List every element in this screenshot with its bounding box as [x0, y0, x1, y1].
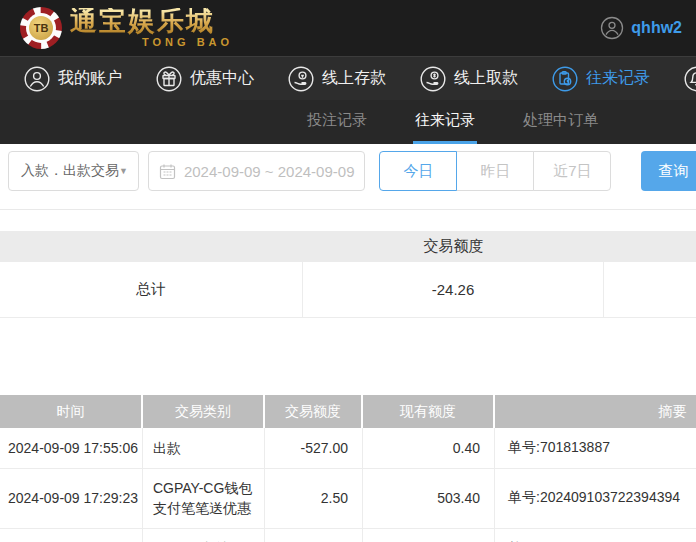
casino-chip-icon: TB: [20, 7, 62, 49]
username[interactable]: qhhw2: [631, 19, 682, 37]
summary-total-label: 总计: [0, 262, 303, 317]
chevron-down-icon: ▼: [119, 166, 128, 176]
avatar-icon: [600, 16, 624, 40]
cell-type: CGPAY-CG钱包支付笔笔送优惠: [143, 469, 265, 528]
nav-item-my-account[interactable]: 我的账户: [24, 66, 122, 92]
cell-time: 2024-09-09 17:29:23: [0, 529, 143, 542]
nav-item-withdraw[interactable]: 线上取款: [420, 66, 518, 92]
last7days-button[interactable]: 近7日: [533, 151, 611, 191]
tab-betting-records[interactable]: 投注记录: [305, 100, 369, 144]
date-range-input[interactable]: 2024-09-09 ~ 2024-09-09: [148, 151, 366, 191]
select-value: 入款．出款交易: [21, 162, 119, 180]
summary-header-row: 交易额度: [0, 231, 696, 262]
cell-time: 2024-09-09 17:55:06: [0, 428, 143, 468]
nav-item-records[interactable]: 往来记录: [552, 66, 650, 92]
withdraw-icon: [420, 66, 446, 92]
calendar-icon: [159, 163, 176, 180]
divider: [0, 209, 696, 210]
nav-label: 往来记录: [586, 68, 650, 89]
cell-amount: 500.00: [265, 529, 363, 542]
gift-icon: [156, 66, 182, 92]
today-button[interactable]: 今日: [379, 151, 457, 191]
col-header-amount: 交易额度: [265, 395, 363, 428]
logo-title: 通宝娱乐城: [70, 8, 233, 35]
user-icon: [24, 66, 50, 92]
nav-label: 我的账户: [58, 68, 122, 89]
summary-total-row: 总计 -24.26: [0, 262, 696, 318]
bell-icon: [684, 66, 696, 92]
table-row: 2024-09-09 17:55:06 出款 -527.00 0.40 单号:7…: [0, 428, 696, 469]
tab-transaction-records[interactable]: 往来记录: [413, 100, 477, 144]
cell-type: 出款: [143, 428, 265, 468]
nav-label: 优惠中心: [190, 68, 254, 89]
col-header-time: 时间: [0, 395, 143, 428]
date-range-value: 2024-09-09 ~ 2024-09-09: [184, 163, 355, 180]
col-header-type: 交易类别: [143, 395, 265, 428]
records-icon: [552, 66, 578, 92]
deposit-icon: [288, 66, 314, 92]
transactions-table: 时间 交易类别 交易额度 现有额度 摘要 2024-09-09 17:55:06…: [0, 395, 696, 542]
summary-total-value: -24.26: [303, 262, 604, 317]
cell-summary: 单号:202409103722394394: [495, 529, 696, 542]
nav-label: 线上存款: [322, 68, 386, 89]
cell-amount: -527.00: [265, 428, 363, 468]
transaction-type-select[interactable]: 入款．出款交易 ▼: [8, 151, 139, 191]
table-row: 2024-09-09 17:29:23 CGPAY支付 500.00 500.9…: [0, 529, 696, 542]
chip-badge: TB: [29, 16, 53, 40]
cell-balance: 500.90: [363, 529, 495, 542]
filter-bar: 入款．出款交易 ▼ 2024-09-09 ~ 2024-09-09 今日 昨日 …: [8, 151, 696, 191]
col-header-summary: 摘要: [495, 395, 696, 428]
table-row: 2024-09-09 17:29:23 CGPAY-CG钱包支付笔笔送优惠 2.…: [0, 469, 696, 529]
summary-amount-header: 交易额度: [303, 237, 604, 256]
cell-time: 2024-09-09 17:29:23: [0, 469, 143, 528]
cell-summary: 单号:701813887: [495, 428, 696, 468]
logo[interactable]: TB 通宝娱乐城 TONG BAO: [20, 7, 233, 49]
nav-item-promotions[interactable]: 优惠中心: [156, 66, 254, 92]
logo-subtitle: TONG BAO: [142, 37, 233, 48]
account-area[interactable]: qhhw2: [600, 16, 682, 40]
yesterday-button[interactable]: 昨日: [456, 151, 534, 191]
cell-summary: 单号:202409103722394394: [495, 469, 696, 528]
cell-balance: 0.40: [363, 428, 495, 468]
nav-item-messages[interactable]: 信息: [684, 66, 696, 92]
nav-item-deposit[interactable]: 线上存款: [288, 66, 386, 92]
search-button[interactable]: 查询: [641, 151, 696, 191]
cell-type: CGPAY支付: [143, 529, 265, 542]
nav-label: 线上取款: [454, 68, 518, 89]
cell-balance: 503.40: [363, 469, 495, 528]
main-nav: 我的账户 优惠中心 线上存款: [0, 56, 696, 100]
cell-amount: 2.50: [265, 469, 363, 528]
tab-processing-orders[interactable]: 处理中订单: [521, 100, 600, 144]
transactions-header-row: 时间 交易类别 交易额度 现有额度 摘要: [0, 395, 696, 428]
record-tabs: 投注记录 往来记录 处理中订单: [0, 100, 696, 144]
top-header: TB 通宝娱乐城 TONG BAO qhhw2: [0, 0, 696, 56]
summary-table: 交易额度 总计 -24.26: [0, 231, 696, 318]
quick-date-group: 今日 昨日 近7日: [379, 151, 611, 191]
col-header-balance: 现有额度: [363, 395, 495, 428]
